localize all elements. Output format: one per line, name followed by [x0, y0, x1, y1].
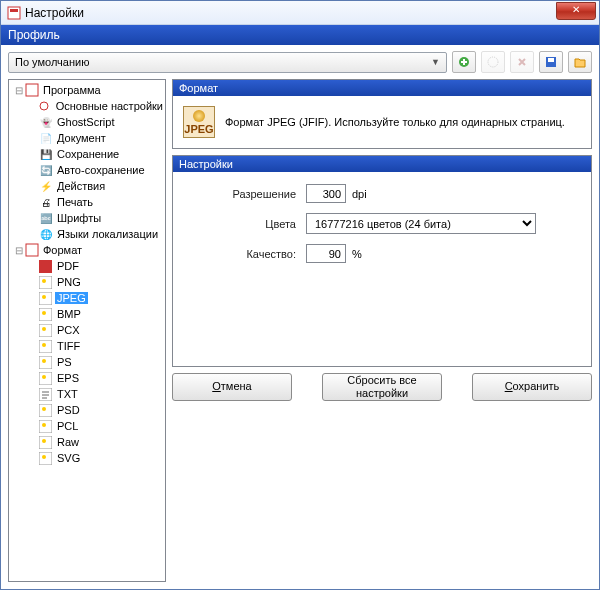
- img-icon: [38, 291, 53, 305]
- tree-item-авто-сохранение[interactable]: 🔄Авто-сохранение: [9, 162, 165, 178]
- svg-rect-5: [548, 58, 554, 62]
- titlebar: Настройки ✕: [1, 1, 599, 25]
- font-icon: 🔤: [38, 211, 53, 225]
- svg-rect-29: [39, 436, 52, 449]
- tree-item-png[interactable]: PNG: [9, 274, 165, 290]
- format-panel-title: Формат: [173, 80, 591, 96]
- tree-item-eps[interactable]: EPS: [9, 370, 165, 386]
- edit-profile-button[interactable]: [481, 51, 505, 73]
- profile-header: Профиль: [1, 25, 599, 45]
- save-button[interactable]: Сохранить: [472, 373, 592, 401]
- tree-item-ps[interactable]: PS: [9, 354, 165, 370]
- img-icon: [38, 419, 53, 433]
- tree-item-программа[interactable]: ⊟Программа: [9, 82, 165, 98]
- resolution-input[interactable]: [306, 184, 346, 203]
- settings-window: Настройки ✕ Профиль По умолчанию ▼ ⊟Прог…: [0, 0, 600, 590]
- colors-select[interactable]: 16777216 цветов (24 бита): [306, 213, 536, 234]
- tree-item-действия[interactable]: ⚡Действия: [9, 178, 165, 194]
- profile-selected: По умолчанию: [15, 56, 89, 68]
- tree-item-pcl[interactable]: PCL: [9, 418, 165, 434]
- tree-toggle-icon[interactable]: ⊟: [13, 245, 24, 256]
- open-profile-button[interactable]: [568, 51, 592, 73]
- svg-rect-6: [26, 84, 38, 96]
- app-icon: [7, 6, 21, 20]
- tree-item-pdf[interactable]: PDF: [9, 258, 165, 274]
- img-icon: [38, 403, 53, 417]
- save-profile-button[interactable]: [539, 51, 563, 73]
- svg-rect-18: [39, 340, 52, 353]
- main-area: ⊟ПрограммаОсновные настройки👻GhostScript…: [1, 79, 599, 589]
- tree-item-печать[interactable]: 🖨Печать: [9, 194, 165, 210]
- svg-rect-10: [39, 276, 52, 289]
- add-profile-button[interactable]: [452, 51, 476, 73]
- close-button[interactable]: ✕: [556, 2, 596, 20]
- tree-pane[interactable]: ⊟ПрограммаОсновные настройки👻GhostScript…: [8, 79, 166, 582]
- resolution-unit: dpi: [352, 188, 367, 200]
- tree-item-ghostscript[interactable]: 👻GhostScript: [9, 114, 165, 130]
- tree-item-jpeg[interactable]: JPEG: [9, 290, 165, 306]
- svg-point-17: [42, 327, 46, 331]
- gear-icon: [37, 99, 52, 113]
- img-icon: [38, 275, 53, 289]
- quality-input[interactable]: [306, 244, 346, 263]
- svg-point-21: [42, 359, 46, 363]
- auto-icon: 🔄: [38, 163, 53, 177]
- format-description: Формат JPEG (JFIF). Используйте только д…: [225, 116, 565, 128]
- reset-button[interactable]: Сбросить все настройки: [322, 373, 442, 401]
- quality-unit: %: [352, 248, 362, 260]
- jpeg-icon: JPEG: [183, 106, 215, 138]
- svg-rect-1: [10, 9, 18, 12]
- img-icon: [38, 355, 53, 369]
- svg-rect-0: [8, 7, 20, 19]
- app-icon: [24, 83, 39, 97]
- pdf-icon: [38, 259, 53, 273]
- img-icon: [38, 371, 53, 385]
- tree-item-svg[interactable]: SVG: [9, 450, 165, 466]
- img-icon: [38, 307, 53, 321]
- tree-item-документ[interactable]: 📄Документ: [9, 130, 165, 146]
- svg-point-3: [488, 57, 498, 67]
- format-icon: [24, 243, 39, 257]
- tree-item-tiff[interactable]: TIFF: [9, 338, 165, 354]
- action-icon: ⚡: [38, 179, 53, 193]
- svg-point-26: [42, 407, 46, 411]
- tree-item-основные настройки[interactable]: Основные настройки: [9, 98, 165, 114]
- svg-point-23: [42, 375, 46, 379]
- svg-point-7: [40, 102, 48, 110]
- tree-item-raw[interactable]: Raw: [9, 434, 165, 450]
- svg-point-30: [42, 439, 46, 443]
- colors-label: Цвета: [191, 218, 306, 230]
- svg-point-28: [42, 423, 46, 427]
- img-icon: [38, 451, 53, 465]
- svg-rect-20: [39, 356, 52, 369]
- svg-point-19: [42, 343, 46, 347]
- cancel-button[interactable]: Отмена: [172, 373, 292, 401]
- svg-point-13: [42, 295, 46, 299]
- save-icon: 💾: [38, 147, 53, 161]
- svg-point-32: [42, 455, 46, 459]
- img-icon: [38, 323, 53, 337]
- delete-profile-button[interactable]: [510, 51, 534, 73]
- settings-panel-title: Настройки: [173, 156, 591, 172]
- tree-item-txt[interactable]: TXT: [9, 386, 165, 402]
- tree-toggle-icon[interactable]: ⊟: [13, 85, 24, 96]
- tree-item-шрифты[interactable]: 🔤Шрифты: [9, 210, 165, 226]
- tree-item-сохранение[interactable]: 💾Сохранение: [9, 146, 165, 162]
- svg-rect-8: [26, 244, 38, 256]
- txt-icon: [38, 387, 53, 401]
- profile-row: По умолчанию ▼: [1, 45, 599, 79]
- right-pane: Формат JPEG Формат JPEG (JFIF). Использу…: [172, 79, 592, 582]
- chevron-down-icon: ▼: [431, 57, 440, 67]
- resolution-label: Разрешение: [191, 188, 306, 200]
- svg-rect-16: [39, 324, 52, 337]
- print-icon: 🖨: [38, 195, 53, 209]
- tree-item-формат[interactable]: ⊟Формат: [9, 242, 165, 258]
- svg-rect-14: [39, 308, 52, 321]
- tree-item-psd[interactable]: PSD: [9, 402, 165, 418]
- button-row: Отмена Сбросить все настройки Сохранить: [172, 373, 592, 583]
- tree-item-pcx[interactable]: PCX: [9, 322, 165, 338]
- tree-item-языки локализации[interactable]: 🌐Языки локализации: [9, 226, 165, 242]
- ghost-icon: 👻: [38, 115, 53, 129]
- profile-select[interactable]: По умолчанию ▼: [8, 52, 447, 73]
- tree-item-bmp[interactable]: BMP: [9, 306, 165, 322]
